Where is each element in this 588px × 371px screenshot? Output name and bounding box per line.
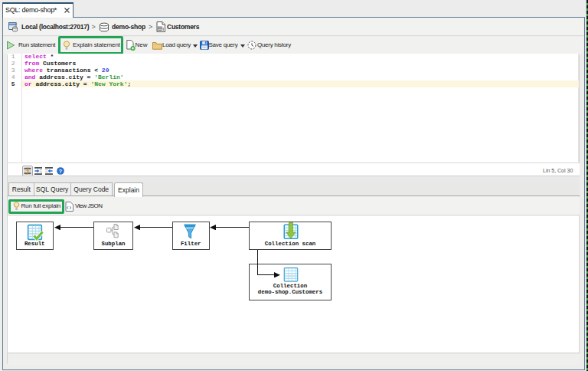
svg-text:?: ?: [59, 169, 62, 174]
